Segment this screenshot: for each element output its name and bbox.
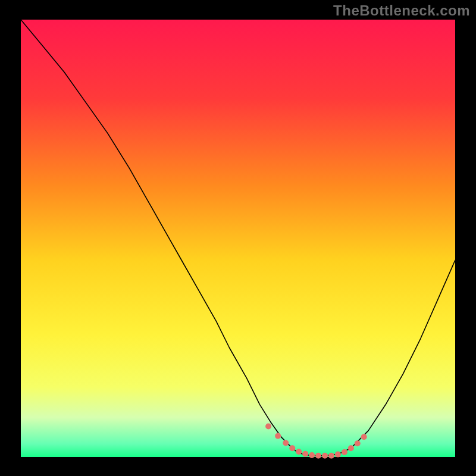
svg-point-11 xyxy=(342,449,347,455)
chart-stage: TheBottleneck.com xyxy=(0,0,476,476)
svg-point-5 xyxy=(302,451,308,457)
chart-background xyxy=(21,20,455,457)
svg-point-7 xyxy=(315,453,321,459)
svg-point-12 xyxy=(348,445,354,451)
svg-point-14 xyxy=(361,434,367,440)
svg-point-0 xyxy=(265,424,271,430)
svg-point-3 xyxy=(289,445,295,451)
bottleneck-chart xyxy=(0,0,476,476)
svg-point-2 xyxy=(283,440,289,446)
svg-point-8 xyxy=(322,453,328,459)
svg-point-13 xyxy=(355,440,361,446)
watermark-text: TheBottleneck.com xyxy=(333,2,470,19)
svg-point-4 xyxy=(296,449,302,455)
svg-point-1 xyxy=(275,433,281,439)
svg-point-9 xyxy=(328,453,334,459)
svg-point-6 xyxy=(309,452,315,458)
svg-point-10 xyxy=(335,452,341,458)
